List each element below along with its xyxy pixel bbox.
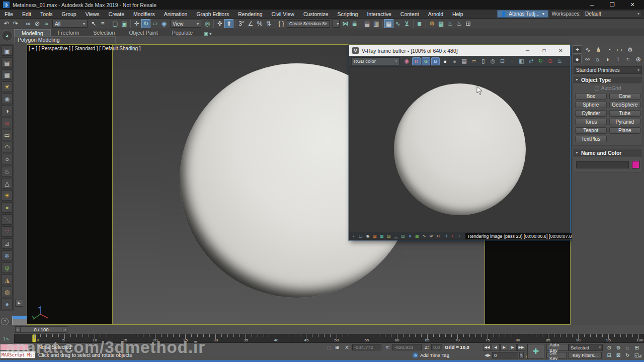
- menu-interactive[interactable]: Interactive: [362, 10, 395, 18]
- ribbon-media-flyout-icon[interactable]: ▣ ▾: [200, 31, 216, 36]
- spinner-snap-toggle-icon[interactable]: ⇅: [264, 19, 273, 28]
- object-type-plane[interactable]: Plane: [609, 127, 641, 134]
- vfb-compare-icon[interactable]: ⇄: [527, 57, 535, 65]
- polygon-modeling-panel[interactable]: Polygon Modeling: [14, 36, 116, 43]
- camera-icon[interactable]: ◉: [2, 94, 13, 104]
- viewport-layout-icon[interactable]: ▣: [2, 45, 13, 56]
- vfb-minimize-button[interactable]: ─: [523, 47, 532, 55]
- snaps-toggle-icon[interactable]: 3°: [237, 19, 246, 28]
- menu-group[interactable]: Group: [57, 10, 81, 18]
- help-icon[interactable]: ?: [1, 318, 9, 325]
- selection-lock-icon[interactable]: ⬚: [327, 344, 332, 350]
- object-type-textplus[interactable]: TextPlus: [575, 136, 607, 142]
- vfb-render-last-icon[interactable]: ♨: [555, 57, 564, 65]
- vfb-h-icon[interactable]: H: [435, 233, 441, 239]
- cone-primitive-icon[interactable]: △: [2, 178, 13, 189]
- vfb-histogram-icon[interactable]: ▁: [393, 233, 399, 239]
- autogrid-checkbox[interactable]: [595, 86, 599, 90]
- rain-particles-icon[interactable]: ⋱: [2, 214, 13, 225]
- previous-frame-button[interactable]: ◀: [492, 344, 500, 351]
- create-selection-set-field[interactable]: Create Selection Se: [287, 20, 330, 28]
- vfb-channel-dropdown[interactable]: RGB color ▾: [351, 57, 399, 65]
- vfb-info-icon[interactable]: ◉: [365, 233, 371, 239]
- ribbon-tab-object-paint[interactable]: Object Paint: [122, 29, 165, 36]
- vfb-pixel-info-icon[interactable]: ⁘: [508, 57, 516, 65]
- window-crossing-icon[interactable]: ▣: [120, 19, 129, 28]
- render-iterative-teapot-icon[interactable]: ♨: [455, 19, 464, 28]
- table-grid-icon[interactable]: ▦: [2, 69, 13, 80]
- select-by-name-icon[interactable]: ≡: [98, 19, 107, 28]
- vfb-green-swatch-icon[interactable]: ▧: [400, 233, 406, 239]
- ring-primitive-icon[interactable]: ○: [2, 154, 13, 164]
- vfb-monochrome-icon[interactable]: ●: [450, 57, 459, 65]
- shapes-category-icon[interactable]: ∾: [583, 55, 592, 63]
- play-button[interactable]: ▶: [500, 344, 508, 351]
- ribbon-tab-populate[interactable]: Populate: [165, 29, 200, 36]
- go-to-end-button[interactable]: ▶▶: [517, 344, 525, 351]
- undo-icon[interactable]: ↶: [2, 19, 11, 28]
- layer-manager-icon[interactable]: ▤: [363, 19, 372, 28]
- vfb-save-image-icon[interactable]: ▤: [460, 57, 468, 65]
- menu-edit[interactable]: Edit: [18, 10, 36, 18]
- ribbon-toggle-icon[interactable]: ▦: [384, 19, 393, 28]
- scene-explorer-icon[interactable]: ▥: [372, 19, 381, 28]
- olive-sphere-icon[interactable]: ●: [2, 202, 13, 213]
- redo-icon[interactable]: ↷: [11, 19, 20, 28]
- menu-views[interactable]: Views: [81, 10, 104, 18]
- object-type-geosphere[interactable]: GeoSphere: [609, 102, 641, 108]
- stereo-glasses-icon[interactable]: ∞: [2, 118, 13, 128]
- zoom-extents-all-icon[interactable]: ⊞: [632, 344, 641, 351]
- vfb-close-button[interactable]: ✕: [556, 47, 565, 55]
- vfb-refresh-icon[interactable]: ↻: [536, 57, 545, 65]
- select-and-manipulate-icon[interactable]: ✜: [215, 19, 224, 28]
- geometry-category-icon[interactable]: ●: [573, 55, 582, 63]
- modify-panel-tab[interactable]: ∿: [583, 45, 593, 54]
- mirror-icon[interactable]: ⋈: [341, 19, 350, 28]
- user-account-button[interactable]: 👤 Atanas Tudj... ▼: [497, 10, 549, 18]
- blue-sphere-icon[interactable]: ●: [2, 299, 13, 309]
- snowflake-icon[interactable]: ❄: [2, 250, 13, 261]
- display-panel-tab[interactable]: ▭: [615, 45, 624, 54]
- vfb-render-canvas[interactable]: [349, 67, 570, 232]
- plane-primitive-icon[interactable]: ▭: [2, 130, 13, 140]
- viewport-label[interactable]: [ + ] [ Perspective ] [ Standard ] [ Def…: [29, 46, 141, 51]
- key-filters-button[interactable]: Key Filters...: [569, 352, 602, 359]
- percent-snap-toggle-icon[interactable]: %: [255, 19, 264, 28]
- zoom-icon[interactable]: ⊙: [605, 344, 613, 351]
- zoom-all-icon[interactable]: ⊚: [614, 344, 622, 351]
- curve-editor-icon[interactable]: ∿: [393, 19, 403, 28]
- absolute-mode-icon[interactable]: ⊞: [335, 344, 339, 350]
- menu-customize[interactable]: Customize: [299, 10, 333, 18]
- vfb-blue-dot-icon[interactable]: ●: [407, 233, 413, 239]
- terrain-hf-icon[interactable]: ◮: [2, 275, 13, 285]
- object-type-teapot[interactable]: Teapot: [575, 127, 607, 134]
- menu-modifiers[interactable]: Modifiers: [129, 10, 159, 18]
- sun-icon[interactable]: ☀: [2, 190, 13, 201]
- close-button[interactable]: ✕: [628, 1, 637, 10]
- frame-range-prev-button[interactable]: <: [15, 326, 21, 333]
- light-lister-icon[interactable]: ☀: [2, 81, 13, 92]
- menu-rendering[interactable]: Rendering: [233, 10, 267, 18]
- rail-flyout-button[interactable]: ▶: [15, 300, 23, 307]
- minimize-button[interactable]: ─: [588, 1, 597, 10]
- vfb-min-thumb-icon[interactable]: ▪: [351, 233, 357, 239]
- bind-to-space-warp-icon[interactable]: ≈: [42, 19, 51, 28]
- workspace-dropdown[interactable]: Default ▾: [583, 10, 642, 18]
- orbit-icon[interactable]: ↻: [623, 352, 632, 359]
- select-and-place-icon[interactable]: ◉: [159, 19, 169, 28]
- camera-rig-icon[interactable]: ⊿: [2, 238, 13, 249]
- reference-coordinate-system-dropdown[interactable]: View▾: [170, 20, 201, 28]
- select-and-rotate-icon[interactable]: ↻: [141, 19, 150, 28]
- zoom-region-icon[interactable]: ⊟: [605, 352, 613, 359]
- set-key-button[interactable]: Set Key: [546, 352, 567, 359]
- utilities-panel-tab[interactable]: ⚙: [625, 45, 635, 54]
- menu-animation[interactable]: Animation: [159, 10, 192, 18]
- dope-sheet-icon[interactable]: ⊻: [403, 19, 412, 28]
- menu-create[interactable]: Create: [104, 10, 129, 18]
- vfb-wb-icon[interactable]: w: [428, 233, 434, 239]
- vfb-green-channel-icon[interactable]: G: [422, 57, 430, 65]
- selection-set-caret[interactable]: ▾: [333, 20, 340, 28]
- helpers-category-icon[interactable]: ⊺: [613, 55, 622, 63]
- rendered-frame-window-icon[interactable]: ▩: [437, 19, 446, 28]
- object-type-tube[interactable]: Tube: [609, 110, 641, 117]
